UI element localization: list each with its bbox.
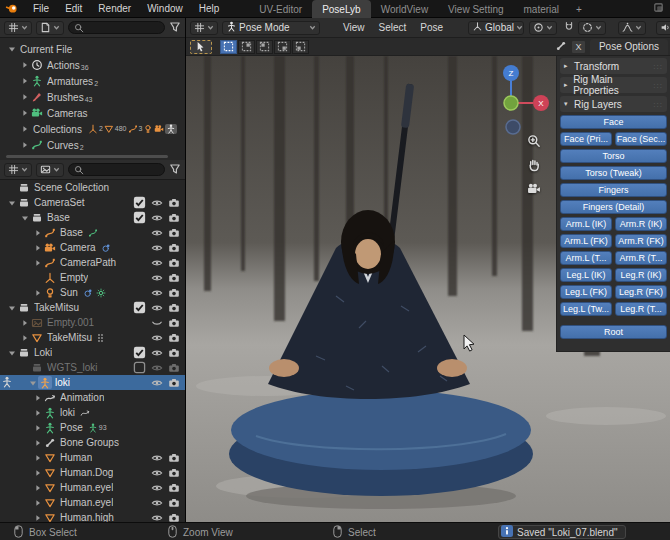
toggle-camera-view-button[interactable] (525, 180, 543, 198)
disclosure-triangle[interactable] (32, 469, 43, 477)
selectability-checkbox[interactable] (131, 361, 148, 374)
disclosure-triangle[interactable] (19, 61, 30, 69)
search-input[interactable] (68, 21, 165, 34)
disclosure-triangle[interactable] (19, 141, 30, 149)
render-camera-toggle[interactable] (165, 272, 182, 284)
horizontal-scrollbar[interactable] (6, 155, 168, 158)
render-camera-toggle[interactable] (165, 332, 182, 344)
menu-window[interactable]: Window (139, 0, 191, 18)
disclosure-triangle[interactable] (32, 484, 43, 492)
rig-layer-button[interactable]: Face (Sec... (615, 132, 667, 146)
scene-settings-icon[interactable] (653, 2, 664, 15)
disclosure-triangle[interactable] (6, 304, 17, 312)
visibility-eye-toggle[interactable] (148, 227, 165, 239)
tab-pose-options[interactable]: Pose Options (590, 39, 668, 55)
rig-layer-button[interactable]: Torso (560, 149, 667, 163)
blendfile-row[interactable]: Current File (0, 41, 185, 57)
select-mode-intersect[interactable] (292, 40, 309, 54)
disclosure-triangle[interactable] (32, 394, 43, 402)
outliner-row[interactable]: Pose93 (0, 420, 185, 435)
panel-grip-icon[interactable]: ::: (653, 100, 663, 109)
outliner-row[interactable]: Human.Dog (0, 465, 185, 480)
rig-layer-button[interactable]: Face (560, 115, 667, 129)
visibility-eye-toggle[interactable] (148, 377, 165, 389)
menu-render[interactable]: Render (90, 0, 139, 18)
disclosure-triangle[interactable] (19, 109, 30, 117)
visibility-eye-toggle[interactable] (148, 257, 165, 269)
blendfile-row[interactable]: Collections24803 (0, 121, 185, 137)
outliner-row[interactable]: Base (0, 210, 185, 225)
render-camera-toggle[interactable] (165, 317, 182, 329)
disclosure-triangle[interactable] (6, 45, 17, 53)
outliner-row[interactable]: loki (0, 405, 185, 420)
gizmo-y-axis[interactable] (504, 96, 518, 110)
outliner-row[interactable]: Loki (0, 345, 185, 360)
zoom-view-button[interactable] (525, 132, 543, 150)
visibility-eye-toggle[interactable] (148, 332, 165, 344)
tab-material[interactable]: material (514, 0, 570, 18)
outliner-row[interactable]: Scene Collection (0, 180, 185, 195)
gizmo-neg-axis[interactable] (506, 120, 520, 134)
filter-icon[interactable] (169, 21, 181, 35)
blendfile-row[interactable]: Cameras (0, 105, 185, 121)
render-camera-toggle[interactable] (165, 227, 182, 239)
menu-edit[interactable]: Edit (57, 0, 90, 18)
viewport-canvas[interactable]: Z X ▸Transform:::▸Rig Main Properties:::… (186, 56, 670, 522)
panel-header-rig-main-properties[interactable]: ▸Rig Main Properties::: (560, 77, 667, 93)
disclosure-triangle[interactable] (32, 514, 43, 522)
outliner-row[interactable]: Empty (0, 270, 185, 285)
panel-grip-icon[interactable]: ::: (653, 81, 663, 90)
editor-type-dropdown[interactable] (190, 21, 218, 35)
search-input[interactable] (68, 163, 165, 176)
viewport-menu-pose[interactable]: Pose (413, 19, 450, 37)
render-camera-toggle[interactable] (165, 257, 182, 269)
orientation-dropdown[interactable]: Global (468, 21, 524, 35)
render-camera-toggle[interactable] (165, 346, 182, 359)
selectability-checkbox[interactable] (131, 346, 148, 359)
select-mode-set[interactable] (220, 40, 237, 54)
rig-layer-button[interactable]: Arm.L (T... (560, 251, 612, 265)
disclosure-triangle[interactable] (19, 334, 30, 342)
visibility-eye-toggle[interactable] (148, 301, 165, 314)
rig-layer-root-button[interactable]: Root (560, 325, 667, 339)
snap-magnet-toggle[interactable] (563, 21, 575, 35)
disclosure-triangle[interactable] (19, 319, 30, 327)
visibility-eye-toggle[interactable] (148, 482, 165, 494)
disclosure-triangle[interactable] (32, 424, 43, 432)
outliner-row[interactable]: TakeMitsu (0, 330, 185, 345)
render-camera-toggle[interactable] (165, 196, 182, 209)
disclosure-triangle[interactable] (19, 93, 30, 101)
disclosure-triangle[interactable] (32, 244, 43, 252)
outliner-row[interactable]: WGTS_loki (0, 360, 185, 375)
visibility-eye-toggle[interactable] (148, 361, 165, 374)
tab-uv-editor[interactable]: UV-Editor (249, 0, 312, 18)
snap-with-dropdown[interactable] (578, 21, 606, 35)
outliner-row[interactable]: CameraSet (0, 195, 185, 210)
disclosure-triangle[interactable] (27, 379, 38, 387)
proportional-falloff-dropdown[interactable] (618, 21, 646, 35)
render-camera-toggle[interactable] (165, 452, 182, 464)
add-workspace-button[interactable]: + (569, 0, 589, 18)
visibility-eye-toggle[interactable] (148, 211, 165, 224)
disclosure-triangle[interactable] (6, 199, 17, 207)
selectability-checkbox[interactable] (131, 301, 148, 314)
visibility-eye-toggle[interactable] (148, 497, 165, 509)
editor-type-dropdown[interactable] (4, 21, 32, 35)
render-camera-toggle[interactable] (165, 512, 182, 523)
tab-view-setting[interactable]: View Setting (438, 0, 513, 18)
outliner-row[interactable]: Human (0, 450, 185, 465)
disclosure-triangle[interactable] (19, 125, 30, 133)
visibility-eye-toggle[interactable] (148, 452, 165, 464)
menu-help[interactable]: Help (191, 0, 228, 18)
blendfile-row[interactable]: Curves2 (0, 137, 185, 153)
visibility-eye-toggle[interactable] (148, 242, 165, 254)
rig-layer-button[interactable]: Arm.R (FK) (615, 234, 667, 248)
rig-layer-button[interactable]: Leg.L (FK) (560, 285, 612, 299)
tab-poselyb[interactable]: PoseLyb (312, 0, 371, 18)
pan-view-button[interactable] (525, 156, 543, 174)
filter-icon[interactable] (169, 163, 181, 177)
blendfile-row[interactable]: Brushes43 (0, 89, 185, 105)
panel-grip-icon[interactable]: ::: (653, 62, 663, 71)
rig-layer-button[interactable]: Leg.R (IK) (615, 268, 667, 282)
rig-layer-button[interactable]: Arm.R (T... (615, 251, 667, 265)
